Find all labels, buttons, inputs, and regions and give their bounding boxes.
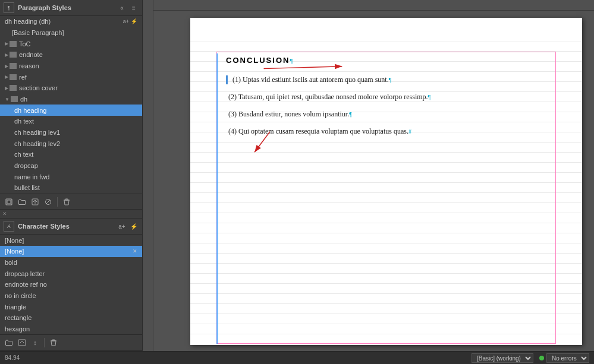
- canvas-area: CONCLUSION¶ (1) Uptas vid estiunt isciis…: [143, 0, 594, 351]
- pilcrow-heading: ¶: [290, 57, 293, 64]
- char-style-dropcap-letter[interactable]: dropcap letter: [0, 268, 142, 279]
- char-style-hexagon[interactable]: hexagon: [0, 324, 142, 335]
- char-style-endnote-ref-no[interactable]: endnote ref no: [0, 279, 142, 290]
- pilcrow-2: ¶: [428, 94, 431, 100]
- para-styles-toolbar: [0, 194, 142, 210]
- style-label-ch-heading-lev1: ch heading lev1: [14, 129, 60, 136]
- working-style-item: [Basic] (working): [472, 353, 533, 363]
- svg-line-5: [46, 200, 50, 204]
- char-panel-header-icons: a+ ⚡: [117, 221, 139, 231]
- style-item-dh-folder[interactable]: ▼ dh: [0, 94, 142, 105]
- style-label-toc: ToC: [19, 40, 31, 48]
- paragraph-4-text: (4) Qui optatem cusam resequia voluptam …: [228, 127, 408, 135]
- paragraph-4-container: (4) Qui optatem cusam resequia voluptam …: [226, 127, 564, 136]
- style-label-ch-text: ch text: [14, 151, 33, 158]
- folder-icon-dh: [11, 96, 18, 102]
- style-item-section-cover[interactable]: ▶ section cover: [0, 83, 142, 94]
- char-style-none-selected[interactable]: [None] ✕: [0, 246, 142, 257]
- style-label-name-in-fwd: name in fwd: [14, 173, 49, 181]
- style-item-ch-text[interactable]: ch text: [0, 149, 142, 160]
- style-item-endnote[interactable]: ▶ endnote: [0, 49, 142, 61]
- char-style-label-none: [None]: [5, 248, 24, 255]
- working-style-dropdown[interactable]: [Basic] (working): [472, 353, 533, 363]
- ruler-horizontal: [143, 0, 594, 11]
- char-style-label-none-header: [None]: [5, 237, 24, 244]
- pink-top-line: [216, 52, 556, 52]
- style-label-endnote: endnote: [19, 51, 43, 58]
- style-item-dh-text[interactable]: dh text: [0, 116, 142, 127]
- char-styles-toolbar: ↕: [0, 334, 142, 351]
- char-style-rectangle[interactable]: rectangle: [0, 312, 142, 324]
- char-style-label-no-in-circle: no in circle: [5, 292, 36, 299]
- char-style-none-header[interactable]: [None]: [0, 235, 142, 246]
- char-create-folder-btn[interactable]: [4, 337, 14, 348]
- style-item-dropcap[interactable]: dropcap: [0, 160, 142, 172]
- page-text-content[interactable]: CONCLUSION¶ (1) Uptas vid estiunt isciis…: [226, 53, 564, 333]
- close-para-panel-btn[interactable]: ✕: [2, 211, 7, 217]
- char-style-no-in-circle[interactable]: no in circle: [0, 290, 142, 302]
- character-styles-header: A Character Styles a+ ⚡: [0, 219, 142, 235]
- style-item-bullet-list[interactable]: bullet list: [0, 182, 142, 194]
- pilcrow-3: ¶: [349, 111, 352, 118]
- style-label-dropcap: dropcap: [14, 162, 38, 169]
- panel-icon-char: A: [4, 221, 14, 232]
- error-status-item: No errors: [539, 353, 589, 363]
- folder-collapse-dh: ▼: [5, 97, 10, 102]
- folder-icon-reason: [10, 63, 17, 69]
- char-arrow-btn[interactable]: ↕: [30, 337, 40, 348]
- paragraph-1-container: (1) Uptas vid estiunt isciis aut antorem…: [226, 75, 564, 84]
- load-styles-btn[interactable]: [30, 197, 40, 207]
- char-load-btn[interactable]: [17, 337, 27, 348]
- style-label-section-cover: section cover: [19, 84, 58, 91]
- style-item-reason[interactable]: ▶ reason: [0, 61, 142, 72]
- style-label-bullet-list: bullet list: [14, 184, 40, 191]
- char-delete-btn[interactable]: [48, 337, 59, 348]
- new-style-icon[interactable]: a+: [123, 18, 129, 24]
- folder-collapse-ref: ▶: [5, 74, 8, 80]
- char-style-label-endnote-ref-no: endnote ref no: [5, 281, 47, 288]
- paragraph-3-container: (3) Busdand estiur, nones volum ipsantiu…: [226, 110, 564, 119]
- paragraph-2-container: (2) Tatusam, qui ipiet rest, quibusdae n…: [226, 93, 564, 102]
- char-new-style-btn[interactable]: a+: [117, 221, 127, 231]
- style-item-ch-heading-lev1[interactable]: ch heading lev1: [0, 127, 142, 138]
- end-mark-4: #: [408, 128, 411, 135]
- paragraph-styles-header: ¶ Paragraph Styles « ≡: [0, 0, 142, 16]
- create-new-style-set-btn[interactable]: [4, 197, 14, 207]
- panel-divider-row: ✕: [0, 210, 142, 219]
- folder-collapse-toc: ▶: [5, 41, 8, 46]
- errors-dropdown[interactable]: No errors: [546, 353, 589, 363]
- page-canvas: CONCLUSION¶ (1) Uptas vid estiunt isciis…: [190, 18, 582, 345]
- collapse-btn[interactable]: «: [117, 3, 127, 12]
- pilcrow-1: ¶: [389, 77, 392, 83]
- style-label-ch-heading-lev2: ch heading lev2: [14, 140, 60, 147]
- lightning-icon[interactable]: ⚡: [131, 18, 137, 24]
- folder-collapse-endnote: ▶: [5, 52, 8, 58]
- style-item-ref[interactable]: ▶ ref: [0, 71, 142, 83]
- folder-icon-ref: [10, 74, 17, 80]
- menu-btn[interactable]: ≡: [129, 3, 139, 12]
- status-bar: 84.94 [Basic] (working) No errors: [0, 351, 594, 364]
- style-item-name-in-fwd[interactable]: name in fwd: [0, 171, 142, 182]
- char-toolbar-divider: [44, 338, 45, 347]
- create-folder-btn[interactable]: [17, 197, 27, 207]
- clear-overrides-btn[interactable]: [43, 197, 54, 207]
- toolbar-divider: [57, 197, 58, 207]
- style-label-reason: reason: [19, 62, 39, 69]
- char-style-label-dropcap-letter: dropcap letter: [5, 270, 45, 277]
- style-item-ch-heading-lev2[interactable]: ch heading lev2: [0, 138, 142, 149]
- zoom-value: 84.94: [5, 354, 20, 361]
- style-item-basic-paragraph[interactable]: [Basic Paragraph]: [0, 27, 142, 39]
- svg-rect-10: [52, 340, 55, 341]
- style-label-dh-text: dh text: [14, 118, 34, 125]
- char-style-bold[interactable]: bold: [0, 257, 142, 268]
- paragraph-2-text: (2) Tatusam, qui ipiet rest, quibusdae n…: [228, 93, 428, 101]
- style-item-dh-heading-dh[interactable]: dh heading (dh) a+ ⚡: [0, 16, 142, 27]
- char-style-label-triangle: triangle: [5, 303, 26, 311]
- left-panel: ¶ Paragraph Styles « ≡ dh heading (dh) a…: [0, 0, 143, 351]
- style-item-toc[interactable]: ▶ ToC: [0, 38, 142, 49]
- delete-style-btn[interactable]: [61, 197, 72, 207]
- ruler-vertical: [143, 0, 153, 351]
- style-item-dh-heading[interactable]: dh heading: [0, 105, 142, 116]
- char-style-triangle[interactable]: triangle: [0, 301, 142, 312]
- char-lightning-btn[interactable]: ⚡: [129, 221, 139, 231]
